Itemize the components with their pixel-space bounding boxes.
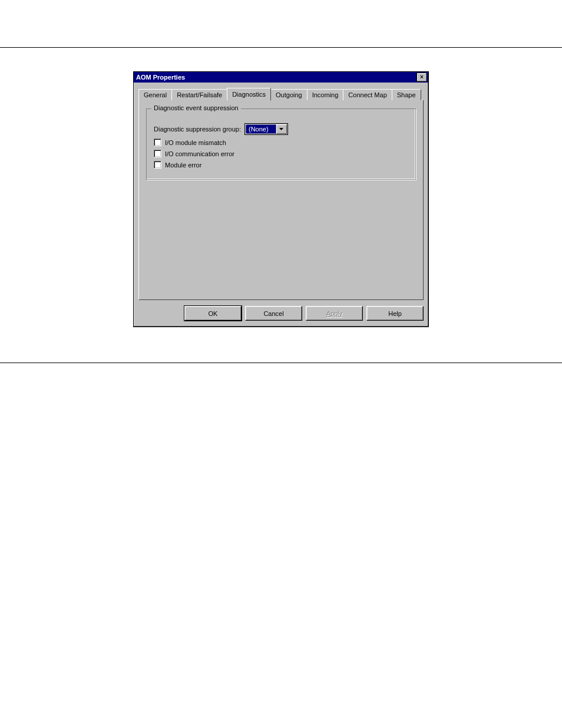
- apply-button[interactable]: Apply: [306, 306, 363, 321]
- dialog-title: AOM Properties: [136, 74, 185, 81]
- tab-incoming[interactable]: Incoming: [307, 89, 344, 100]
- tab-strip: General Restart/Failsafe Diagnostics Out…: [138, 87, 424, 100]
- titlebar: AOM Properties ×: [134, 72, 428, 83]
- row-io-communication-error: I/O communication error: [154, 150, 408, 157]
- label-io-module-mismatch: I/O module mismatch: [165, 139, 226, 146]
- chevron-down-icon[interactable]: [276, 124, 287, 134]
- label-io-communication-error: I/O communication error: [165, 150, 234, 157]
- tab-shape[interactable]: Shape: [392, 89, 421, 100]
- tab-diagnostics[interactable]: Diagnostics: [227, 88, 271, 101]
- select-suppression-group[interactable]: (None): [244, 123, 288, 135]
- tab-connect-map[interactable]: Connect Map: [343, 89, 392, 100]
- row-io-module-mismatch: I/O module mismatch: [154, 139, 408, 146]
- tab-panel-diagnostics: Diagnostic event suppression Diagnostic …: [138, 100, 424, 300]
- row-module-error: Module error: [154, 161, 408, 169]
- dialog-button-row: OK Cancel Apply Help: [138, 306, 424, 321]
- cancel-button[interactable]: Cancel: [245, 306, 302, 321]
- checkbox-io-module-mismatch[interactable]: [154, 139, 161, 146]
- groupbox-legend: Diagnostic event suppression: [151, 104, 241, 111]
- help-button[interactable]: Help: [366, 306, 424, 321]
- label-module-error: Module error: [165, 162, 201, 169]
- row-suppression-group: Diagnostic suppression group: (None): [154, 123, 408, 135]
- close-icon[interactable]: ×: [416, 73, 427, 82]
- label-suppression-group: Diagnostic suppression group:: [154, 126, 241, 133]
- top-horizontal-rule: [0, 47, 562, 48]
- tab-restart-failsafe[interactable]: Restart/Failsafe: [171, 89, 227, 100]
- ok-button[interactable]: OK: [184, 306, 242, 321]
- groupbox-diagnostic-event-suppression: Diagnostic event suppression Diagnostic …: [146, 108, 416, 180]
- aom-properties-dialog: AOM Properties × General Restart/Failsaf…: [133, 71, 429, 327]
- select-suppression-group-value: (None): [246, 124, 276, 134]
- dialog-client-area: General Restart/Failsafe Diagnostics Out…: [134, 83, 428, 327]
- checkbox-io-communication-error[interactable]: [154, 150, 161, 157]
- tab-general[interactable]: General: [138, 89, 172, 100]
- tab-outgoing[interactable]: Outgoing: [270, 89, 308, 100]
- bottom-horizontal-rule: [0, 363, 562, 363]
- checkbox-module-error[interactable]: [154, 161, 161, 169]
- svg-marker-0: [279, 128, 283, 130]
